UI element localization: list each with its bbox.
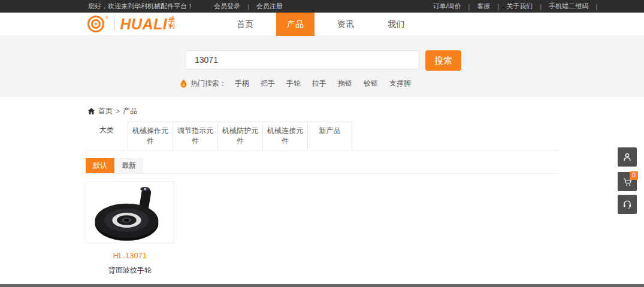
separator: | xyxy=(247,3,249,10)
sort-tab-newest[interactable]: 最新 xyxy=(114,158,143,173)
page: 您好，欢迎来到华利机械配件平台！ 会员登录 | 会员注册 订单/询价 | 客服 … xyxy=(0,0,644,287)
search-button[interactable]: 搜索 xyxy=(425,50,461,71)
floating-buttons: 0 xyxy=(618,147,637,214)
search-box: 搜索 xyxy=(186,50,461,71)
registered-mark: ® xyxy=(171,16,174,20)
category-label: 大类 xyxy=(86,122,128,150)
cart-count-badge: 0 xyxy=(630,171,638,180)
customer-service-button[interactable] xyxy=(618,195,637,214)
nav-products[interactable]: 产品 xyxy=(276,13,315,36)
orders-inquiry-link[interactable]: 订单/询价 xyxy=(433,2,461,11)
handwheel-image xyxy=(91,183,169,241)
hot-search-row: 热门搜索： 手柄 把手 手轮 拉手 拖链 铰链 支撑脚 xyxy=(180,78,422,89)
product-image xyxy=(86,182,174,243)
home-icon xyxy=(87,107,95,115)
separator: | xyxy=(595,3,597,10)
category-connection-parts[interactable]: 机械连接元件 xyxy=(262,122,307,150)
cart-button[interactable]: 0 xyxy=(618,172,637,191)
flame-icon xyxy=(180,79,188,88)
customer-service-link[interactable]: 客服 xyxy=(477,2,490,11)
hot-link-grip[interactable]: 把手 xyxy=(261,78,275,89)
breadcrumb-current: 产品 xyxy=(123,106,137,116)
person-icon xyxy=(622,152,632,162)
breadcrumb-separator: > xyxy=(116,107,120,116)
about-us-link[interactable]: 关于我们 xyxy=(506,2,533,11)
separator: | xyxy=(468,3,470,10)
brand-wrap: HUALI 华 利 ® xyxy=(120,16,174,32)
product-card[interactable]: HL.13071 背面波纹手轮 xyxy=(86,182,174,276)
member-login-link[interactable]: 会员登录 xyxy=(214,2,240,11)
member-button[interactable] xyxy=(618,147,637,167)
hot-search-label: 热门搜索： xyxy=(191,78,226,89)
sort-tab-default[interactable]: 默认 xyxy=(86,158,114,173)
nav-news[interactable]: 资讯 xyxy=(326,13,365,36)
separator: | xyxy=(497,3,499,10)
category-adjust-indicator-parts[interactable]: 调节指示元件 xyxy=(173,122,217,150)
logo-divider: | xyxy=(113,16,116,32)
header: ® | HUALI 华 利 ® 首页 产品 资讯 我们 xyxy=(0,13,644,36)
category-protection-parts[interactable]: 机械防护元件 xyxy=(217,122,262,150)
hot-link-support[interactable]: 支撑脚 xyxy=(389,78,411,89)
product-code[interactable]: HL.13071 xyxy=(86,251,174,260)
category-row: 大类 机械操作元件 调节指示元件 机械防护元件 机械连接元件 新产品 xyxy=(86,122,559,150)
category-new-products[interactable]: 新产品 xyxy=(307,122,352,150)
separator: | xyxy=(540,3,542,10)
product-name: 背面波纹手轮 xyxy=(86,265,174,276)
hot-link-handle[interactable]: 手柄 xyxy=(235,78,249,89)
headset-icon xyxy=(622,200,632,209)
member-register-link[interactable]: 会员注册 xyxy=(256,2,283,11)
top-bar: 您好，欢迎来到华利机械配件平台！ 会员登录 | 会员注册 订单/询价 | 客服 … xyxy=(0,0,644,13)
mobile-qrcode-link[interactable]: 手机端二维码 xyxy=(549,2,588,11)
registered-mark: ® xyxy=(105,16,108,20)
footer-top-strip xyxy=(0,284,644,287)
hot-link-dragchain[interactable]: 拖链 xyxy=(338,78,352,89)
hot-link-hinge[interactable]: 铰链 xyxy=(364,78,378,89)
category-operating-parts[interactable]: 机械操作元件 xyxy=(128,122,173,150)
main-nav: 首页 产品 资讯 我们 xyxy=(220,13,421,36)
sort-tabs: 默认 最新 xyxy=(86,158,559,174)
welcome-text: 您好，欢迎来到华利机械配件平台！ xyxy=(88,2,193,11)
brand-name: HUALI xyxy=(120,16,167,32)
breadcrumb-home[interactable]: 首页 xyxy=(98,106,113,116)
topbar-left: 您好，欢迎来到华利机械配件平台！ 会员登录 | 会员注册 xyxy=(88,2,283,11)
logo[interactable]: ® | HUALI 华 利 ® xyxy=(87,16,174,32)
nav-home[interactable]: 首页 xyxy=(226,13,264,36)
hot-link-pull[interactable]: 拉手 xyxy=(312,78,326,89)
hot-link-handwheel[interactable]: 手轮 xyxy=(286,78,301,89)
breadcrumb: 首页 > 产品 xyxy=(87,106,559,116)
nav-about[interactable]: 我们 xyxy=(377,13,415,36)
brand-cn-bottom: 利 xyxy=(168,23,174,29)
search-input[interactable] xyxy=(186,50,419,70)
main-content: 首页 > 产品 大类 机械操作元件 调节指示元件 机械防护元件 机械连接元件 新… xyxy=(86,97,559,276)
search-section: 搜索 热门搜索： 手柄 把手 手轮 拉手 拖链 铰链 支撑脚 xyxy=(0,36,644,97)
brand-gear-icon xyxy=(87,16,104,32)
topbar-right: 订单/询价 | 客服 | 关于我们 | 手机端二维码 | xyxy=(433,2,598,11)
